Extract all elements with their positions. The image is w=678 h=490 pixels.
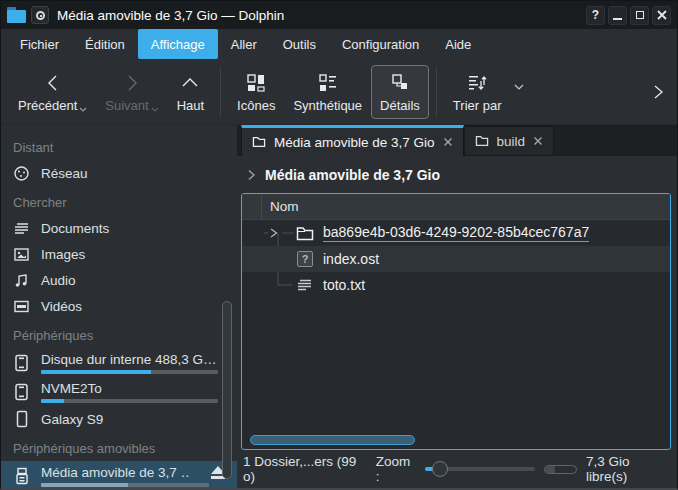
up-button[interactable]: Haut — [168, 65, 213, 119]
sidebar-item-label: Documents — [41, 221, 109, 236]
menu-outils[interactable]: Outils — [270, 29, 329, 59]
maximize-button[interactable] — [630, 6, 649, 25]
chevron-left-icon — [43, 71, 63, 95]
chevron-right-icon — [122, 71, 142, 95]
chevron-right-icon — [651, 83, 665, 101]
file-name[interactable]: ba869e4b-03d6-4249-9202-85b4cec767a7 — [323, 224, 589, 242]
device-label: Disque dur interne 488,3 G… — [41, 351, 229, 368]
expander-chevron-icon[interactable] — [268, 227, 279, 239]
toolbar: Précédent Suivant Haut — [1, 59, 677, 125]
grid-icon — [245, 71, 267, 95]
chevron-up-icon — [180, 71, 200, 95]
chevron-right-icon[interactable] — [247, 169, 256, 181]
section-header-distant: Distant — [1, 131, 237, 160]
file-name[interactable]: toto.txt — [323, 277, 365, 293]
app-folder-icon — [7, 7, 27, 23]
sidebar-item-audio[interactable]: Audio — [1, 267, 237, 293]
text-lines-icon — [13, 220, 30, 237]
free-space-label: 7,3 Gio libre(s) — [586, 454, 671, 484]
folder-icon — [252, 136, 266, 148]
device-label: NVME2To — [41, 380, 229, 397]
dropdown-arrow-icon — [79, 107, 87, 112]
sidebar-item-documents[interactable]: Documents — [1, 215, 237, 241]
file-row-toto-txt[interactable]: toto.txt — [242, 272, 670, 298]
tree-details-icon — [389, 71, 411, 95]
section-header-peripheriques-amovibles: Périphériques amovibles — [1, 432, 237, 461]
sort-lines-icon — [466, 71, 488, 95]
close-icon — [443, 137, 453, 147]
status-bar: 1 Dossier,...ers (99 o) Zoom : 7,3 Gio l… — [237, 450, 677, 488]
close-button[interactable] — [652, 6, 671, 25]
question-mark-icon: ? — [592, 8, 599, 22]
titlebar: Média amovible de 3,7 Gio — Dolphin ? — [1, 1, 677, 29]
removable-disc-icon — [36, 11, 45, 20]
menu-fichier[interactable]: Fichier — [7, 29, 72, 59]
sidebar-scrollbar[interactable] — [222, 301, 232, 479]
section-header-peripheriques: Périphériques — [1, 319, 237, 348]
help-button[interactable]: ? — [586, 6, 605, 25]
tab-close-button[interactable] — [443, 137, 453, 147]
menu-affichage[interactable]: Affichage — [138, 29, 218, 59]
tab-build[interactable]: build — [464, 125, 555, 156]
sidebar-item-nvme2to[interactable]: NVME2To — [1, 377, 237, 406]
menubar: Fichier Édition Affichage Aller Outils C… — [1, 29, 677, 59]
view-icons-button[interactable]: Icônes — [228, 65, 284, 119]
column-header[interactable]: Nom — [242, 194, 670, 220]
column-nom[interactable]: Nom — [262, 199, 299, 214]
items-summary: 1 Dossier,...ers (99 o) — [243, 454, 367, 484]
zoom-slider[interactable] — [425, 460, 535, 478]
breadcrumb: Média amovible de 3,7 Gio — [237, 156, 677, 193]
music-note-icon — [13, 272, 30, 289]
menu-configuration[interactable]: Configuration — [329, 29, 432, 59]
horizontal-scrollbar[interactable] — [250, 435, 415, 445]
film-icon — [13, 298, 30, 315]
menu-edition[interactable]: Édition — [72, 29, 138, 59]
text-lines-icon — [296, 278, 314, 292]
smartphone-icon — [13, 410, 30, 428]
close-icon — [657, 10, 667, 20]
sidebar-item-videos[interactable]: Vidéos — [1, 293, 237, 319]
sidebar-item-disque-dur[interactable]: Disque dur interne 488,3 G… — [1, 348, 237, 377]
view-details-button[interactable]: Détails — [371, 65, 429, 119]
globe-icon — [13, 165, 30, 182]
window-title: Média amovible de 3,7 Gio — Dolphin — [57, 8, 284, 23]
section-header-chercher: Chercher — [1, 186, 237, 215]
file-name[interactable]: index.ost — [323, 251, 379, 267]
view-compact-button[interactable]: Synthétique — [284, 65, 371, 119]
folder-icon — [475, 135, 489, 147]
menu-aller[interactable]: Aller — [218, 29, 270, 59]
window-menu-button[interactable] — [31, 6, 49, 24]
dropdown-arrow-icon — [151, 107, 159, 112]
sort-by-button[interactable]: Trier par — [444, 65, 511, 119]
free-space-bar — [544, 465, 577, 474]
question-box-icon: ? — [296, 251, 314, 267]
sort-dropdown-icon[interactable] — [514, 84, 524, 90]
sidebar-item-label: Audio — [41, 273, 76, 288]
toolbar-separator — [220, 67, 221, 117]
hard-drive-icon — [13, 380, 30, 403]
sidebar-item-reseau[interactable]: Réseau — [1, 160, 237, 186]
sidebar-item-images[interactable]: Images — [1, 241, 237, 267]
sidebar-item-label: Réseau — [41, 166, 88, 181]
file-row-index-ost[interactable]: ? index.ost — [242, 246, 670, 272]
sidebar-item-media-amovible[interactable]: Média amovible de 3,7 … — [1, 461, 237, 488]
tab-close-button[interactable] — [533, 136, 543, 146]
tab-media-amovible[interactable]: Média amovible de 3,7 Gio — [241, 125, 464, 156]
close-icon — [533, 136, 543, 146]
menu-aide[interactable]: Aide — [432, 29, 484, 59]
back-button[interactable]: Précédent — [9, 65, 96, 119]
file-rows: ba869e4b-03d6-4249-9202-85b4cec767a7 ? i… — [242, 220, 670, 449]
toolbar-overflow-button[interactable] — [647, 79, 669, 105]
folder-icon — [296, 226, 314, 241]
minimize-button[interactable] — [608, 6, 627, 25]
hard-drive-icon — [13, 351, 30, 374]
file-row-folder[interactable]: ba869e4b-03d6-4249-9202-85b4cec767a7 — [242, 220, 670, 246]
zoom-slider-handle[interactable] — [432, 461, 448, 477]
usb-stick-icon — [13, 464, 30, 487]
sidebar-item-galaxy-s9[interactable]: Galaxy S9 — [1, 406, 237, 432]
places-panel: Distant Réseau Chercher Documents Images — [1, 125, 237, 488]
zoom-label: Zoom : — [376, 454, 416, 484]
breadcrumb-location[interactable]: Média amovible de 3,7 Gio — [265, 167, 440, 183]
forward-button[interactable]: Suivant — [96, 65, 167, 119]
maximize-icon — [636, 11, 644, 19]
